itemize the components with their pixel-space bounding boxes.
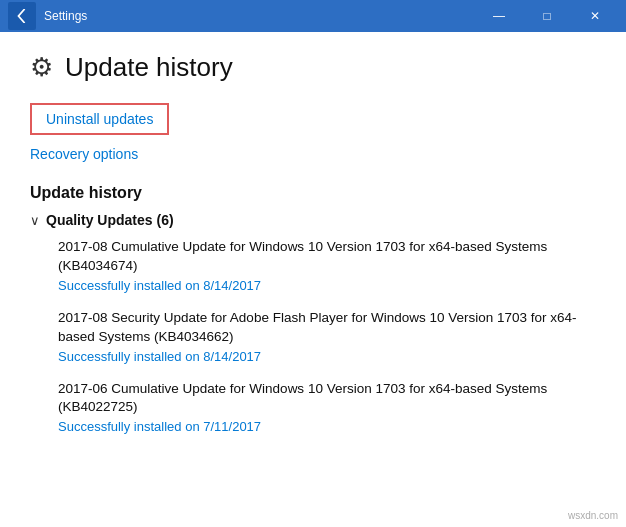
recovery-link[interactable]: Recovery options <box>30 146 138 162</box>
update-name-3: 2017-06 Cumulative Update for Windows 10… <box>58 380 596 418</box>
maximize-button[interactable]: □ <box>524 0 570 32</box>
page-header: ⚙ Update history <box>30 52 596 83</box>
update-status-3[interactable]: Successfully installed on 7/11/2017 <box>58 419 596 434</box>
title-bar-left: Settings <box>8 2 87 30</box>
update-status-2[interactable]: Successfully installed on 8/14/2017 <box>58 349 596 364</box>
minimize-button[interactable]: — <box>476 0 522 32</box>
page-title: Update history <box>65 52 233 83</box>
update-item-2: 2017-08 Security Update for Adobe Flash … <box>58 309 596 364</box>
window-controls: — □ ✕ <box>476 0 618 32</box>
category-header[interactable]: ∨ Quality Updates (6) <box>30 212 596 228</box>
chevron-down-icon: ∨ <box>30 213 40 228</box>
title-bar: Settings — □ ✕ <box>0 0 626 32</box>
section-title: Update history <box>30 184 596 202</box>
update-name-1: 2017-08 Cumulative Update for Windows 10… <box>58 238 596 276</box>
close-button[interactable]: ✕ <box>572 0 618 32</box>
update-item-3: 2017-06 Cumulative Update for Windows 10… <box>58 380 596 435</box>
gear-icon: ⚙ <box>30 52 53 83</box>
update-item-1: 2017-08 Cumulative Update for Windows 10… <box>58 238 596 293</box>
update-list: 2017-08 Cumulative Update for Windows 10… <box>30 238 596 434</box>
uninstall-btn[interactable]: Uninstall updates <box>30 103 169 135</box>
watermark: wsxdn.com <box>568 510 618 521</box>
window-title: Settings <box>44 9 87 23</box>
category-label: Quality Updates (6) <box>46 212 174 228</box>
content-area: ⚙ Update history Uninstall updates Recov… <box>0 32 626 527</box>
back-button[interactable] <box>8 2 36 30</box>
back-icon <box>15 9 29 23</box>
update-status-1[interactable]: Successfully installed on 8/14/2017 <box>58 278 596 293</box>
update-name-2: 2017-08 Security Update for Adobe Flash … <box>58 309 596 347</box>
